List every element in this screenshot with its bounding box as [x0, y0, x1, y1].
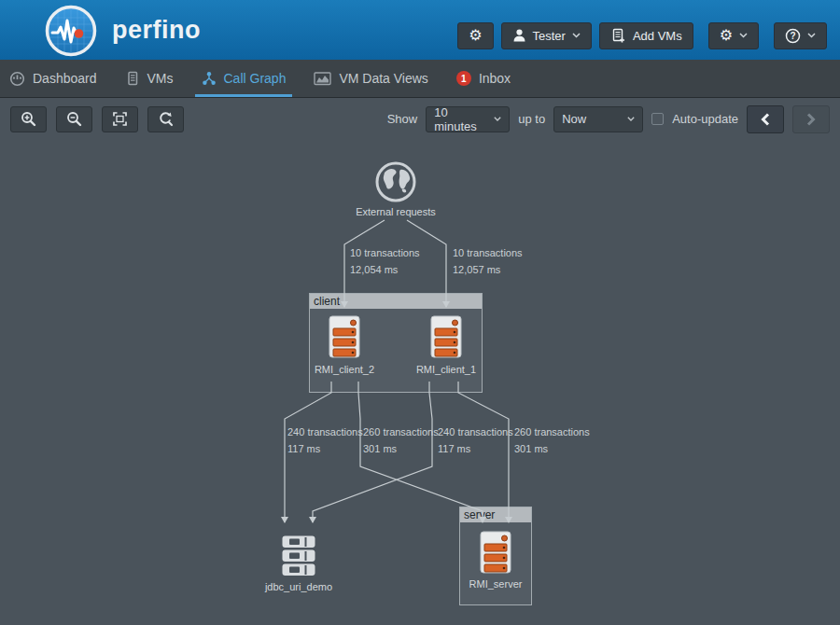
auto-update-label: Auto-update: [672, 112, 738, 126]
edge-label-client2-jdbc: 240 transactions 117 ms: [287, 426, 363, 460]
next-time-button[interactable]: [792, 105, 830, 133]
vm-icon: [430, 315, 462, 358]
tab-vms[interactable]: VMs: [125, 60, 174, 97]
fit-to-window-button[interactable]: [102, 106, 138, 132]
add-vms-button[interactable]: Add VMs: [599, 22, 693, 49]
node-label-external-requests: External requests: [330, 206, 461, 217]
settings-menu-button[interactable]: ⚙: [708, 22, 759, 49]
edge-transactions: 240 transactions: [287, 426, 363, 443]
show-label: Show: [387, 112, 418, 126]
tab-vm-data-views[interactable]: VM Data Views: [314, 60, 427, 97]
node-label-jdbc-uri-demo: jdbc_uri_demo: [243, 581, 355, 592]
node-label-rmi-client-2: RMI_client_2: [298, 364, 391, 375]
help-icon: ?: [785, 28, 801, 44]
edge-transactions: 10 transactions: [453, 247, 523, 264]
add-vm-icon: [610, 28, 626, 44]
group-header-client: client: [310, 294, 482, 309]
dashboard-icon: [9, 71, 25, 87]
gear-outline-icon: ⚙: [469, 28, 482, 43]
edge-transactions: 10 transactions: [350, 247, 420, 264]
time-range-select[interactable]: 10 minutes: [426, 106, 510, 132]
add-vms-label: Add VMs: [633, 29, 682, 43]
tab-bar: Dashboard VMs Call Graph VM Data Views 1…: [0, 60, 840, 98]
help-menu-button[interactable]: ?: [774, 22, 827, 49]
node-label-rmi-client-1: RMI_client_1: [399, 364, 493, 375]
node-label-rmi-server: RMI_server: [449, 578, 542, 590]
chevron-down-icon: [807, 33, 816, 38]
edge-time: 301 ms: [363, 443, 439, 460]
chevron-down-icon: [739, 33, 748, 38]
database-icon: [282, 535, 315, 576]
chevron-down-icon: [627, 117, 635, 121]
zoom-in-icon: [21, 111, 36, 127]
chevron-down-icon: [494, 117, 501, 121]
svg-text:?: ?: [790, 31, 795, 41]
node-external-requests[interactable]: [375, 161, 416, 206]
upto-value: Now: [562, 112, 620, 126]
edge-label-client1-server: 260 transactions 301 ms: [514, 426, 590, 460]
vm-icon: [329, 315, 360, 358]
app-header: perfino ⚙ Tester Add VMs ⚙: [0, 0, 840, 60]
vm-list-icon: [125, 71, 140, 87]
chevron-right-icon: [806, 113, 816, 126]
header-actions: ⚙ Tester Add VMs ⚙: [457, 22, 827, 49]
edge-transactions: 260 transactions: [514, 426, 590, 443]
brand: perfino: [45, 3, 201, 57]
perfino-logo-icon: [45, 5, 97, 57]
tab-label: Call Graph: [224, 71, 287, 86]
chevron-down-icon: [572, 33, 581, 38]
edge-label-root-client2: 10 transactions 12,054 ms: [350, 247, 420, 281]
edge-label-client2-server: 260 transactions 301 ms: [363, 426, 439, 460]
app-title: perfino: [112, 16, 201, 45]
previous-time-button[interactable]: [747, 105, 784, 133]
tab-label: Inbox: [479, 71, 511, 86]
node-rmi-client-2[interactable]: [329, 315, 360, 362]
upto-select[interactable]: Now: [553, 106, 643, 132]
zoom-in-button[interactable]: [10, 106, 47, 132]
chart-icon: [314, 72, 331, 86]
call-graph-canvas[interactable]: client server External requests: [0, 140, 840, 625]
gear-outline-button[interactable]: ⚙: [457, 22, 493, 49]
user-menu-button[interactable]: Tester: [501, 22, 592, 49]
group-header-server: server: [460, 507, 531, 522]
gear-icon: ⚙: [720, 28, 733, 43]
node-jdbc-uri-demo[interactable]: [282, 535, 315, 580]
tab-label: Dashboard: [33, 71, 97, 86]
node-rmi-client-1[interactable]: [430, 315, 462, 362]
chevron-left-icon: [761, 113, 770, 126]
edge-time: 117 ms: [438, 443, 513, 460]
edge-time: 117 ms: [287, 443, 363, 460]
upto-label: up to: [518, 112, 545, 126]
vm-icon: [480, 531, 511, 574]
zoom-controls: [10, 106, 184, 132]
time-range-value: 10 minutes: [434, 105, 486, 133]
edge-time: 12,057 ms: [453, 264, 523, 281]
tab-dashboard[interactable]: Dashboard: [9, 60, 97, 97]
tab-inbox[interactable]: 1 Inbox: [456, 60, 511, 97]
edge-time: 12,054 ms: [350, 264, 420, 281]
time-range-controls: Show 10 minutes up to Now Auto-update: [387, 105, 830, 133]
node-rmi-server[interactable]: [480, 531, 511, 577]
graph-toolbar: Show 10 minutes up to Now Auto-update: [0, 98, 840, 140]
inbox-badge: 1: [456, 71, 471, 86]
reset-zoom-icon: [158, 111, 174, 127]
tab-label: VMs: [147, 71, 174, 86]
reset-zoom-button[interactable]: [147, 106, 184, 132]
edge-transactions: 260 transactions: [363, 426, 439, 443]
edge-transactions: 240 transactions: [438, 426, 513, 443]
auto-update-checkbox[interactable]: [651, 113, 664, 125]
zoom-out-icon: [66, 111, 82, 127]
globe-icon: [375, 161, 416, 202]
tab-call-graph[interactable]: Call Graph: [202, 60, 287, 97]
user-menu-label: Tester: [533, 29, 566, 43]
call-graph-icon: [202, 71, 217, 86]
zoom-out-button[interactable]: [56, 106, 92, 132]
edge-label-client1-jdbc: 240 transactions 117 ms: [438, 426, 513, 460]
edge-label-root-client1: 10 transactions 12,057 ms: [453, 247, 523, 281]
edge-time: 301 ms: [514, 443, 590, 460]
fit-to-window-icon: [112, 111, 128, 127]
tab-label: VM Data Views: [339, 71, 427, 86]
user-icon: [512, 28, 526, 43]
